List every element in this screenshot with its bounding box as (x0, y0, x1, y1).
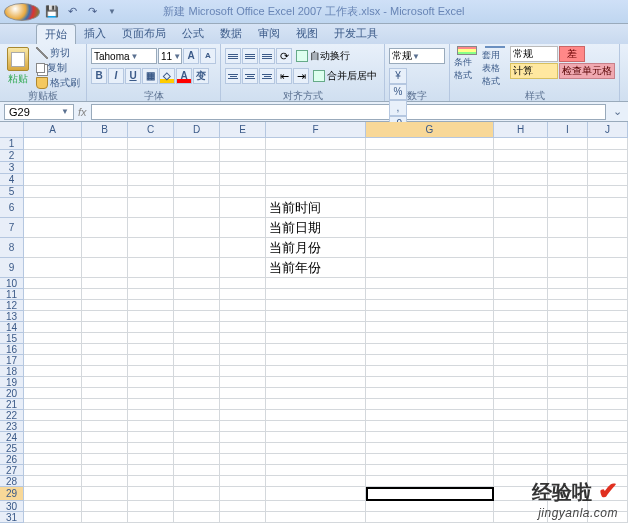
cell-A15[interactable] (24, 333, 82, 344)
cell-B3[interactable] (82, 162, 128, 174)
cell-H27[interactable] (494, 465, 548, 476)
phonetic-button[interactable]: 变 (193, 68, 209, 84)
cell-E21[interactable] (220, 399, 266, 410)
cell-A9[interactable] (24, 258, 82, 278)
cell-B5[interactable] (82, 186, 128, 198)
cell-A24[interactable] (24, 432, 82, 443)
cell-I11[interactable] (548, 289, 588, 300)
cell-F27[interactable] (266, 465, 366, 476)
col-header-G[interactable]: G (366, 122, 494, 138)
cell-I27[interactable] (548, 465, 588, 476)
cell-H17[interactable] (494, 355, 548, 366)
cell-F22[interactable] (266, 410, 366, 421)
cell-H13[interactable] (494, 311, 548, 322)
cell-D8[interactable] (174, 238, 220, 258)
cond-format-button[interactable]: 条件格式 (454, 46, 480, 82)
cell-C28[interactable] (128, 476, 174, 487)
row-header-21[interactable]: 21 (0, 399, 24, 410)
cell-A7[interactable] (24, 218, 82, 238)
tab-dev[interactable]: 开发工具 (326, 24, 386, 44)
cell-H3[interactable] (494, 162, 548, 174)
cell-D5[interactable] (174, 186, 220, 198)
row-header-20[interactable]: 20 (0, 388, 24, 399)
cell-I24[interactable] (548, 432, 588, 443)
col-header-F[interactable]: F (266, 122, 366, 138)
cell-G4[interactable] (366, 174, 494, 186)
cell-C25[interactable] (128, 443, 174, 454)
format-painter-button[interactable]: 格式刷 (34, 76, 82, 90)
cell-D6[interactable] (174, 198, 220, 218)
shrink-font-button[interactable]: A (200, 48, 216, 64)
cell-D17[interactable] (174, 355, 220, 366)
align-mid-button[interactable] (242, 48, 258, 64)
align-right-button[interactable] (259, 68, 275, 84)
cell-H16[interactable] (494, 344, 548, 355)
save-icon[interactable]: 💾 (44, 4, 60, 20)
cell-G1[interactable] (366, 138, 494, 150)
cell-D18[interactable] (174, 366, 220, 377)
cell-H15[interactable] (494, 333, 548, 344)
cell-C17[interactable] (128, 355, 174, 366)
row-header-15[interactable]: 15 (0, 333, 24, 344)
row-header-12[interactable]: 12 (0, 300, 24, 311)
cell-B14[interactable] (82, 322, 128, 333)
cell-B21[interactable] (82, 399, 128, 410)
cell-I3[interactable] (548, 162, 588, 174)
cell-B2[interactable] (82, 150, 128, 162)
row-header-30[interactable]: 30 (0, 501, 24, 512)
redo-icon[interactable]: ↷ (84, 4, 100, 20)
border-button[interactable]: ▦ (142, 68, 158, 84)
cell-G29[interactable] (366, 487, 494, 501)
cell-D3[interactable] (174, 162, 220, 174)
cell-A2[interactable] (24, 150, 82, 162)
cell-C7[interactable] (128, 218, 174, 238)
cell-I17[interactable] (548, 355, 588, 366)
row-header-29[interactable]: 29 (0, 487, 24, 501)
cell-J25[interactable] (588, 443, 628, 454)
col-header-B[interactable]: B (82, 122, 128, 138)
cell-A22[interactable] (24, 410, 82, 421)
expand-formula-bar-icon[interactable]: ⌄ (610, 105, 624, 119)
col-header-A[interactable]: A (24, 122, 82, 138)
cell-J16[interactable] (588, 344, 628, 355)
cell-I6[interactable] (548, 198, 588, 218)
cell-C31[interactable] (128, 512, 174, 523)
cell-G2[interactable] (366, 150, 494, 162)
row-header-23[interactable]: 23 (0, 421, 24, 432)
cell-I9[interactable] (548, 258, 588, 278)
cell-J22[interactable] (588, 410, 628, 421)
cell-G22[interactable] (366, 410, 494, 421)
cell-A13[interactable] (24, 311, 82, 322)
row-header-19[interactable]: 19 (0, 377, 24, 388)
cell-G25[interactable] (366, 443, 494, 454)
cell-E27[interactable] (220, 465, 266, 476)
cell-A20[interactable] (24, 388, 82, 399)
cell-E1[interactable] (220, 138, 266, 150)
cell-G19[interactable] (366, 377, 494, 388)
cell-H23[interactable] (494, 421, 548, 432)
cell-F30[interactable] (266, 501, 366, 512)
cell-D22[interactable] (174, 410, 220, 421)
cell-C3[interactable] (128, 162, 174, 174)
select-all-corner[interactable] (0, 122, 24, 138)
style-calc[interactable]: 计算 (510, 63, 558, 79)
cell-F15[interactable] (266, 333, 366, 344)
cell-J6[interactable] (588, 198, 628, 218)
cell-J24[interactable] (588, 432, 628, 443)
cell-C15[interactable] (128, 333, 174, 344)
cell-I2[interactable] (548, 150, 588, 162)
cell-H20[interactable] (494, 388, 548, 399)
cell-D24[interactable] (174, 432, 220, 443)
cell-E2[interactable] (220, 150, 266, 162)
cell-B9[interactable] (82, 258, 128, 278)
style-bad[interactable]: 差 (559, 46, 585, 62)
cell-E22[interactable] (220, 410, 266, 421)
wrap-text-button[interactable]: 自动换行 (293, 48, 353, 64)
row-header-16[interactable]: 16 (0, 344, 24, 355)
paste-button[interactable]: 粘贴 (4, 46, 32, 90)
col-header-J[interactable]: J (588, 122, 628, 138)
cell-I13[interactable] (548, 311, 588, 322)
cell-J26[interactable] (588, 454, 628, 465)
row-header-24[interactable]: 24 (0, 432, 24, 443)
font-name-combo[interactable]: Tahoma▼ (91, 48, 157, 64)
